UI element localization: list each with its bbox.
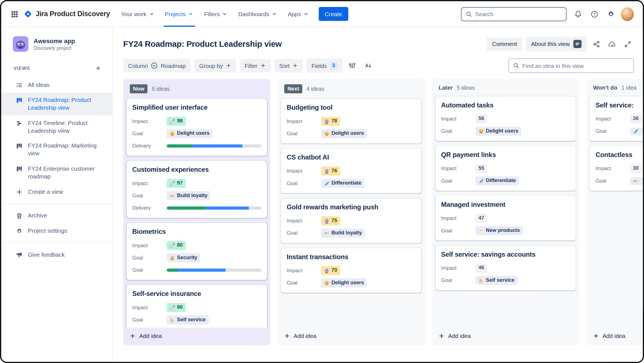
brand[interactable]: Jira Product Discovery (23, 9, 110, 18)
idea-card[interactable]: Simplified user interface Impact 98 Goal… (127, 99, 267, 156)
goal-badge[interactable]: Build loyalty (167, 191, 210, 200)
add-idea-button[interactable]: Add idea (278, 328, 425, 345)
filter-button[interactable]: Filter (240, 59, 271, 72)
goal-badge[interactable]: Delight users (475, 127, 521, 136)
idea-card[interactable]: Managed investment Impact 47 Goal New pr… (435, 196, 576, 241)
idea-card[interactable]: Automated tasks Impact 56 Goal Delight u… (435, 96, 576, 141)
idea-card[interactable]: Contactless Impact 30 Goal (590, 146, 643, 191)
add-view-button[interactable] (93, 63, 103, 73)
goal-badge[interactable]: Self service (167, 316, 209, 325)
idea-title: Automated tasks (441, 102, 570, 109)
sidebar-item-all-ideas[interactable]: All ideas (1, 77, 112, 92)
sort-button[interactable]: Sort (274, 59, 303, 72)
view-settings-button[interactable] (346, 59, 358, 72)
impact-badge[interactable]: 70 (321, 266, 340, 275)
add-idea-button[interactable]: Add idea (123, 328, 270, 345)
impact-badge[interactable]: 30 (630, 164, 641, 173)
idea-title: Biometrics (132, 228, 261, 236)
idea-card[interactable]: QR payment links Impact 55 Goal Differen… (435, 146, 576, 191)
idea-title: Contactless (596, 151, 643, 159)
publish-button[interactable] (606, 38, 618, 50)
impact-badge[interactable]: 80 (167, 303, 186, 312)
project-header[interactable]: Awesome app Discovery project (1, 35, 112, 53)
sort-alphabetical-button[interactable] (362, 59, 374, 72)
goal-badge[interactable]: Delight users (321, 129, 367, 138)
idea-card[interactable]: Budgeting tool Impact 78 Goal Delight us… (281, 99, 421, 144)
global-search-input[interactable] (475, 11, 562, 17)
idea-card[interactable]: Self service: Impact 36 Goal (590, 96, 643, 141)
comment-button[interactable]: Comment (487, 37, 522, 50)
fullscreen-button[interactable] (621, 38, 634, 50)
add-idea-button[interactable]: Add idea (586, 328, 643, 345)
fields-button[interactable]: Fields3 (306, 58, 342, 73)
goal-badge[interactable]: Differentiate (321, 179, 364, 188)
goal-badge[interactable]: New products (475, 226, 522, 235)
column-field-value: Roadmap (161, 62, 186, 69)
help-button[interactable]: ? (588, 8, 601, 20)
group-by-button[interactable]: Group by (194, 59, 236, 72)
settings-button[interactable] (605, 8, 617, 20)
idea-card[interactable]: Self-service insurance Impact 80 Goal Se… (127, 285, 267, 328)
idea-card[interactable]: CS chatbot AI Impact 76 Goal Differentia… (281, 149, 421, 193)
impact-badge[interactable]: 36 (630, 114, 641, 123)
badge-text: Differentiate (331, 180, 361, 187)
progress-done-segment (167, 269, 178, 272)
goal-badge[interactable] (630, 127, 643, 135)
field-label: Goal (287, 280, 321, 286)
idea-card[interactable]: Self service: savings accounts Impact 46… (435, 246, 576, 290)
column-card-list: Budgeting tool Impact 78 Goal Delight us… (278, 97, 425, 328)
badge-text: 80 (177, 242, 183, 249)
impact-badge[interactable]: 55 (475, 164, 487, 173)
profile-button[interactable] (621, 8, 634, 20)
impact-badge[interactable]: 46 (475, 264, 487, 273)
idea-card[interactable]: Customised experiences Impact 97 Goal Bu… (127, 161, 267, 218)
nav-dashboards[interactable]: Dashbo​ards (233, 1, 283, 27)
idea-card[interactable]: Biometrics Impact 80 Goal Security Goal (127, 223, 267, 280)
global-search[interactable] (461, 7, 567, 21)
field-label: Impact (132, 305, 167, 311)
impact-badge[interactable]: 97 (167, 179, 186, 188)
main-content: FY24 Roadmap: Product Leadership view Co… (113, 27, 643, 362)
sidebar-item-fy24-timeline-product-leadership[interactable]: FY24 Timeline: Product Leadership view (1, 116, 112, 138)
goal-badge[interactable]: Differentiate (475, 176, 519, 185)
nav-filters[interactable]: Filters (199, 1, 233, 27)
board-column-later: Later 5 ideas Automated tasks Impact 56 … (432, 79, 579, 345)
field-label: Impact (596, 116, 630, 122)
impact-badge[interactable]: 78 (321, 117, 340, 126)
about-view-button[interactable]: About this view (526, 36, 587, 51)
impact-badge[interactable]: 80 (167, 241, 186, 250)
impact-badge[interactable]: 98 (167, 117, 186, 126)
chevron-down-icon (271, 11, 277, 17)
column-field-button[interactable]: Column Roadmap (123, 59, 190, 72)
create-button[interactable]: Create (319, 7, 348, 21)
sidebar-item-give-feedback[interactable]: Give feedback (1, 247, 112, 262)
sidebar-item-archive[interactable]: Archive (1, 208, 112, 223)
nav-projects[interactable]: Projects (160, 1, 199, 27)
sidebar-item-fy24-roadmap-marketing[interactable]: FY24 Roadmap: Marketing view (1, 138, 112, 161)
find-idea-input[interactable] (522, 62, 629, 69)
goal-badge[interactable]: Delight users (321, 279, 367, 288)
notifications-button[interactable] (572, 8, 584, 20)
idea-card[interactable]: Instant transactions Impact 70 Goal Deli… (281, 248, 421, 293)
sidebar-item-create-view[interactable]: Create a view (1, 184, 112, 199)
idea-card[interactable]: Gold rewards marketing push Impact 75 Go… (281, 198, 421, 243)
impact-badge[interactable]: 75 (321, 217, 340, 225)
impact-badge[interactable]: 56 (475, 114, 487, 123)
share-button[interactable] (590, 38, 603, 50)
goal-badge[interactable]: Security (167, 254, 200, 263)
nav-apps[interactable]: Apps (283, 1, 314, 27)
nav-your-work[interactable]: Your work (116, 1, 160, 27)
goal-badge[interactable]: Build loyalty (321, 229, 365, 238)
sidebar-item-project-settings[interactable]: Project settings (1, 223, 112, 238)
find-idea-search[interactable] (509, 58, 634, 73)
goal-badge[interactable] (630, 177, 643, 185)
add-idea-button[interactable]: Add idea (432, 328, 579, 345)
card-field-row: Impact 76 (287, 165, 416, 177)
goal-badge[interactable]: Self service (475, 276, 517, 285)
sidebar-item-fy24-roadmap-product-leadership[interactable]: FY24 Roadmap: Product Leadership view (1, 92, 112, 115)
goal-badge[interactable]: Delight users (167, 129, 212, 138)
impact-badge[interactable]: 47 (475, 214, 487, 223)
impact-badge[interactable]: 76 (321, 167, 340, 176)
app-switcher-button[interactable] (8, 8, 21, 21)
sidebar-item-fy24-enterprise-roadmap[interactable]: FY24 Enterprise customer roadmap (1, 161, 112, 184)
